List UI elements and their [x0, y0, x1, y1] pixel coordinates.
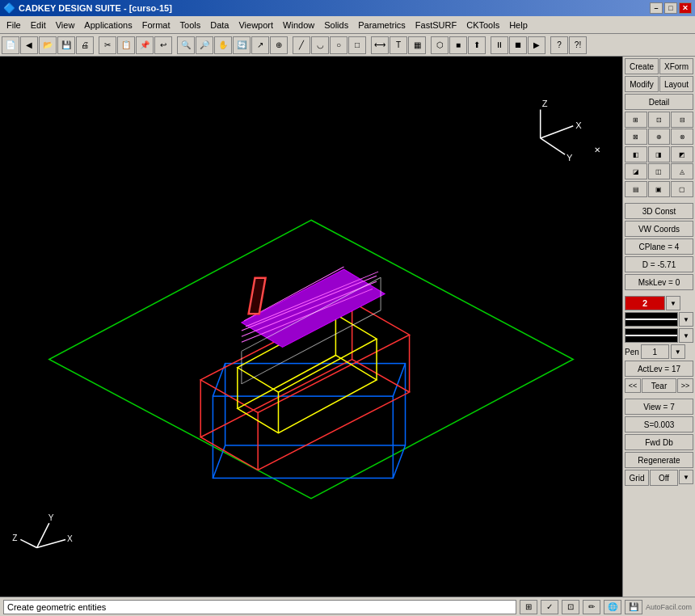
- grid-value-button[interactable]: Off: [650, 470, 678, 486]
- regenerate-button[interactable]: Regenerate: [625, 452, 693, 468]
- menu-cktools[interactable]: CKTools: [461, 19, 504, 32]
- tb-info[interactable]: ?!: [569, 36, 587, 54]
- menu-fastsurf[interactable]: FastSURF: [411, 19, 461, 32]
- icon-btn-9[interactable]: ◩: [671, 146, 693, 162]
- tb-rotate[interactable]: 🔄: [233, 36, 251, 54]
- tb-paste[interactable]: 📌: [136, 36, 154, 54]
- pen-select[interactable]: 1: [641, 344, 669, 359]
- menu-view[interactable]: View: [51, 19, 80, 32]
- tb-back[interactable]: ◀: [20, 36, 38, 54]
- icon-btn-13[interactable]: ▤: [625, 181, 647, 197]
- layout-button[interactable]: Layout: [659, 76, 693, 92]
- icon-btn-1[interactable]: ⊞: [625, 112, 647, 128]
- tear-prev-button[interactable]: <<: [625, 378, 641, 393]
- title-bar-controls[interactable]: – □ ✕: [650, 2, 692, 14]
- tb-line[interactable]: ╱: [293, 36, 310, 54]
- tb-save[interactable]: 💾: [57, 36, 75, 54]
- menu-data[interactable]: Data: [205, 19, 234, 32]
- menu-edit[interactable]: Edit: [26, 19, 51, 32]
- tb-select[interactable]: ↗: [251, 36, 269, 54]
- tb-undo[interactable]: ↩: [154, 36, 172, 54]
- menu-tools[interactable]: Tools: [175, 19, 206, 32]
- create-button[interactable]: Create: [625, 58, 659, 74]
- line-dropdown-1-button[interactable]: ▼: [679, 312, 693, 327]
- vw-coords-button[interactable]: VW Coords: [625, 221, 693, 237]
- tb-open[interactable]: 📂: [39, 36, 57, 54]
- grid-dropdown-button[interactable]: ▼: [679, 470, 693, 484]
- maximize-button[interactable]: □: [664, 2, 677, 14]
- tb-pause[interactable]: ⏸: [491, 36, 508, 54]
- line-preview-1[interactable]: [625, 312, 678, 327]
- main-area: X Y Z ✕ X Y Z Create XForm Modify: [0, 57, 695, 597]
- tb-zoom-in[interactable]: 🔍: [177, 36, 195, 54]
- status-icon-1[interactable]: ⊞: [520, 600, 537, 614]
- tb-pan[interactable]: ✋: [214, 36, 232, 54]
- pen-dropdown-button[interactable]: ▼: [671, 344, 685, 359]
- actlev-button[interactable]: ActLev = 17: [625, 361, 693, 377]
- tb-extrude[interactable]: ⬆: [468, 36, 486, 54]
- xform-button[interactable]: XForm: [659, 58, 693, 74]
- icon-btn-14[interactable]: ▣: [648, 181, 671, 197]
- icon-btn-6[interactable]: ⊗: [671, 129, 693, 145]
- minimize-button[interactable]: –: [650, 2, 663, 14]
- tb-help[interactable]: ?: [550, 36, 568, 54]
- view-button[interactable]: View = 7: [625, 399, 693, 415]
- scale-button[interactable]: S=0.003: [625, 416, 693, 432]
- tb-solid[interactable]: ■: [449, 36, 467, 54]
- color-dropdown-button[interactable]: ▼: [666, 296, 680, 310]
- tb-print[interactable]: 🖨: [76, 36, 94, 54]
- msklev-button[interactable]: MskLev = 0: [625, 274, 693, 290]
- status-icon-6[interactable]: 💾: [625, 600, 642, 614]
- status-icon-4[interactable]: ✏: [583, 600, 600, 614]
- menu-solids[interactable]: Solids: [319, 19, 353, 32]
- tb-text[interactable]: T: [390, 36, 407, 54]
- cplane-button[interactable]: CPlane = 4: [625, 238, 693, 255]
- icon-btn-12[interactable]: ◬: [671, 163, 693, 179]
- menu-window[interactable]: Window: [278, 19, 319, 32]
- tb-dim[interactable]: ⟷: [371, 36, 389, 54]
- icon-btn-3[interactable]: ⊟: [671, 112, 693, 128]
- icon-btn-4[interactable]: ⊠: [625, 129, 647, 145]
- icon-btn-2[interactable]: ⊡: [648, 112, 671, 128]
- tear-button[interactable]: Tear: [642, 378, 676, 393]
- line-preview-2[interactable]: [625, 328, 678, 343]
- line-dropdown-2-button[interactable]: ▼: [679, 328, 693, 343]
- viewport[interactable]: X Y Z ✕ X Y Z: [0, 57, 622, 597]
- menu-help[interactable]: Help: [504, 19, 533, 32]
- close-button[interactable]: ✕: [679, 2, 692, 14]
- 3d-const-button[interactable]: 3D Const: [625, 203, 693, 219]
- tb-copy[interactable]: 📋: [117, 36, 135, 54]
- tb-stop[interactable]: ⏹: [509, 36, 527, 54]
- fwddb-button[interactable]: Fwd Db: [625, 434, 693, 450]
- icon-btn-15[interactable]: ▢: [671, 181, 693, 197]
- tb-arc[interactable]: ◡: [311, 36, 329, 54]
- d-button[interactable]: D = -5.71: [625, 256, 693, 272]
- tb-snap[interactable]: ⊕: [270, 36, 288, 54]
- status-icon-3[interactable]: ⊡: [562, 600, 579, 614]
- svg-text:Y: Y: [48, 513, 54, 522]
- tb-hatch[interactable]: ▦: [408, 36, 426, 54]
- color-box[interactable]: 2: [625, 296, 665, 310]
- icon-btn-8[interactable]: ◨: [648, 146, 671, 162]
- status-icon-2[interactable]: ✓: [541, 600, 558, 614]
- tb-rect[interactable]: □: [348, 36, 366, 54]
- icon-btn-7[interactable]: ◧: [625, 146, 647, 162]
- tb-play[interactable]: ▶: [528, 36, 545, 54]
- tb-mesh[interactable]: ⬡: [431, 36, 449, 54]
- menu-format[interactable]: Format: [137, 19, 175, 32]
- icon-btn-5[interactable]: ⊕: [648, 129, 671, 145]
- modify-button[interactable]: Modify: [625, 76, 659, 92]
- tb-circle[interactable]: ○: [330, 36, 348, 54]
- detail-button[interactable]: Detail: [625, 94, 693, 110]
- tb-zoom-out[interactable]: 🔎: [196, 36, 213, 54]
- tear-next-button[interactable]: >>: [677, 378, 693, 393]
- menu-viewport[interactable]: Viewport: [234, 19, 278, 32]
- icon-btn-11[interactable]: ◫: [648, 163, 671, 179]
- menu-parametrics[interactable]: Parametrics: [353, 19, 411, 32]
- tb-cut[interactable]: ✂: [99, 36, 116, 54]
- tb-new[interactable]: 📄: [2, 36, 19, 54]
- status-icon-5[interactable]: 🌐: [604, 600, 621, 614]
- icon-btn-10[interactable]: ◪: [625, 163, 647, 179]
- menu-applications[interactable]: Applications: [79, 19, 137, 32]
- menu-file[interactable]: File: [2, 19, 26, 32]
